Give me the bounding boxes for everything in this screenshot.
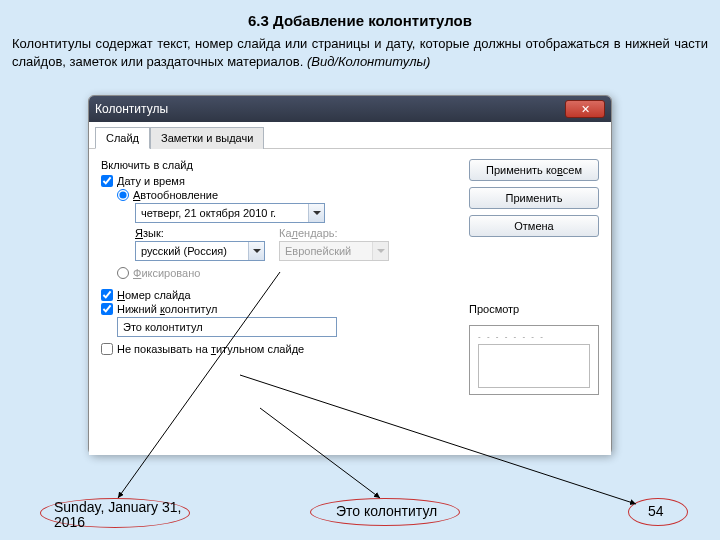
chevron-down-icon (308, 204, 324, 222)
preview-inner (478, 344, 590, 388)
footer-center-text: Это колонтитул (336, 503, 437, 519)
close-button[interactable]: ✕ (565, 100, 605, 118)
language-value: русский (Россия) (136, 245, 248, 257)
language-select[interactable]: русский (Россия) (135, 241, 265, 261)
preview-dashes: - - - - - - - - (478, 332, 590, 341)
fixed-row: Фиксировано (117, 267, 459, 279)
date-format-value: четверг, 21 октября 2010 г. (136, 207, 308, 219)
dialog-body: Включить в слайд Дату и время Автообновл… (89, 149, 611, 455)
auto-update-label: Автообновление (133, 189, 218, 201)
lang-cal-selects-row: русский (Россия) Европейский (135, 241, 459, 261)
tab-strip: Слайд Заметки и выдачи (89, 122, 611, 149)
chevron-down-icon (372, 242, 388, 260)
calendar-value: Европейский (280, 245, 372, 257)
slide-number-row: Номер слайда (101, 289, 459, 301)
description-menu-path: (Вид/Колонтитулы) (307, 54, 431, 69)
slide-number-label: Номер слайда (117, 289, 191, 301)
footer-label: Нижний колонтитул (117, 303, 217, 315)
left-column: Включить в слайд Дату и время Автообновл… (101, 159, 459, 445)
auto-update-radio[interactable] (117, 189, 129, 201)
lang-cal-labels-row: Язык: Календарь: (135, 227, 459, 239)
tab-notes-handouts[interactable]: Заметки и выдачи (150, 127, 264, 149)
fixed-label: Фиксировано (133, 267, 200, 279)
description-text: Колонтитулы содержат текст, номер слайда… (0, 35, 720, 78)
datetime-label: Дату и время (117, 175, 185, 187)
footer-input-row (117, 317, 459, 337)
footer-checkbox[interactable] (101, 303, 113, 315)
include-in-slide-label: Включить в слайд (101, 159, 459, 171)
close-icon: ✕ (581, 103, 590, 116)
section-title: 6.3 Добавление колонтитулов (0, 0, 720, 35)
fixed-radio[interactable] (117, 267, 129, 279)
chevron-down-icon (248, 242, 264, 260)
date-format-select[interactable]: четверг, 21 октября 2010 г. (135, 203, 325, 223)
preview-label: Просмотр (469, 303, 599, 315)
slide-number-checkbox[interactable] (101, 289, 113, 301)
date-select-row: четверг, 21 октября 2010 г. (135, 203, 459, 223)
language-label: Язык: (135, 227, 265, 239)
footer-text-input[interactable] (117, 317, 337, 337)
datetime-checkbox[interactable] (101, 175, 113, 187)
hide-title-label: Не показывать на титульном слайде (117, 343, 304, 355)
calendar-select: Европейский (279, 241, 389, 261)
calendar-label: Календарь: (279, 227, 338, 239)
auto-update-row: Автообновление (117, 189, 459, 201)
hide-title-checkbox[interactable] (101, 343, 113, 355)
hide-title-row: Не показывать на титульном слайде (101, 343, 459, 355)
right-column: Применить ко всем Применить Отмена Просм… (469, 159, 599, 445)
apply-all-button[interactable]: Применить ко всем (469, 159, 599, 181)
footer-date-text: Sunday, January 31, 2016 (54, 500, 184, 531)
cancel-button[interactable]: Отмена (469, 215, 599, 237)
dialog-titlebar: Колонтитулы ✕ (89, 96, 611, 122)
preview-box: - - - - - - - - (469, 325, 599, 395)
tab-slide[interactable]: Слайд (95, 127, 150, 149)
footer-page-number: 54 (648, 503, 664, 519)
headers-footers-dialog: Колонтитулы ✕ Слайд Заметки и выдачи Вкл… (88, 95, 612, 455)
apply-button[interactable]: Применить (469, 187, 599, 209)
dialog-title: Колонтитулы (95, 102, 565, 116)
footer-row: Нижний колонтитул (101, 303, 459, 315)
datetime-row: Дату и время (101, 175, 459, 187)
